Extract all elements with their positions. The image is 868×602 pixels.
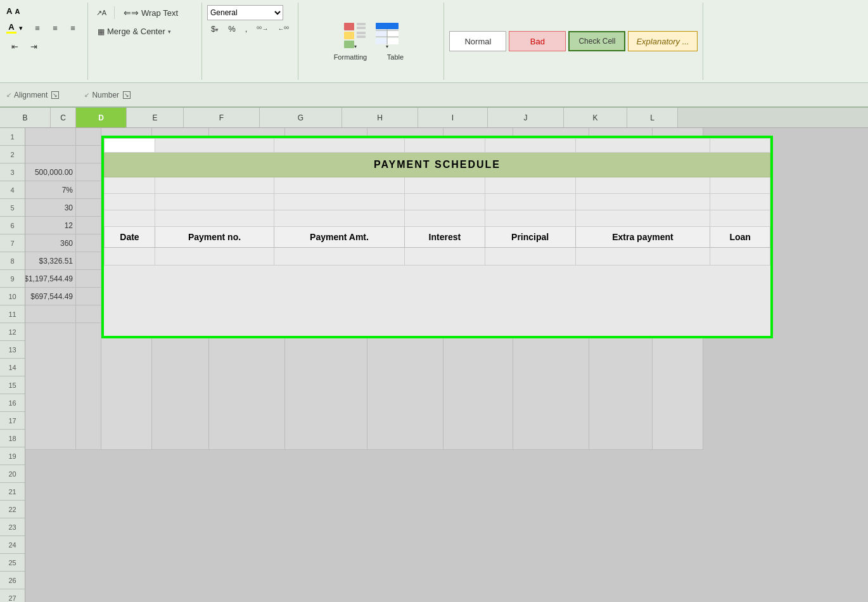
col-header-c[interactable]: C bbox=[51, 108, 76, 127]
cell-f12-20[interactable] bbox=[209, 323, 285, 450]
row-header-4[interactable]: 4 bbox=[0, 181, 25, 199]
normal-style-box[interactable]: Normal bbox=[449, 31, 506, 51]
cell-c11[interactable] bbox=[76, 305, 101, 323]
payment-table[interactable]: PAYMENT SCHEDULE bbox=[104, 138, 770, 266]
cell-c2[interactable] bbox=[76, 146, 101, 163]
blank-cell-7[interactable] bbox=[710, 177, 770, 194]
cell-c3[interactable] bbox=[76, 163, 101, 181]
row-header-6[interactable]: 6 bbox=[0, 217, 25, 234]
row-header-11[interactable]: 11 bbox=[0, 305, 25, 323]
blank-cell-1[interactable] bbox=[105, 177, 155, 194]
cell-c12-20[interactable] bbox=[76, 323, 101, 450]
blank-cell-3[interactable] bbox=[274, 177, 405, 194]
align-right-btn[interactable]: ≡ bbox=[65, 20, 81, 35]
cell-b3[interactable]: 500,000.00 bbox=[25, 163, 76, 181]
data-cell-1-7[interactable] bbox=[710, 248, 770, 266]
row-header-23[interactable]: 23 bbox=[0, 518, 25, 536]
row-header-19[interactable]: 19 bbox=[0, 447, 25, 465]
align-left-btn[interactable]: ≡ bbox=[29, 20, 46, 35]
blank-cell-2[interactable] bbox=[155, 177, 274, 194]
cell-b1[interactable] bbox=[25, 128, 76, 146]
row-header-2[interactable]: 2 bbox=[0, 146, 25, 163]
dec-up-btn[interactable]: ⁰⁰→ bbox=[253, 23, 272, 34]
cell-j12-20[interactable] bbox=[513, 323, 589, 450]
cell-c10[interactable] bbox=[76, 288, 101, 305]
data-cell-1-5[interactable] bbox=[485, 248, 575, 266]
col-header-h[interactable]: H bbox=[342, 108, 418, 127]
col-header-b[interactable]: B bbox=[0, 108, 51, 127]
cell-c1[interactable] bbox=[76, 128, 101, 146]
cell-c9[interactable] bbox=[76, 270, 101, 288]
row-header-13[interactable]: 13 bbox=[0, 341, 25, 359]
data-cell-1-1[interactable] bbox=[105, 248, 155, 266]
number-expand-icon[interactable]: ↘ bbox=[123, 91, 131, 99]
row-header-16[interactable]: 16 bbox=[0, 394, 25, 412]
row-header-10[interactable]: 10 bbox=[0, 288, 25, 305]
cell-b6[interactable]: 12 bbox=[25, 217, 76, 234]
blank3-cell-5[interactable] bbox=[485, 210, 575, 227]
col-header-i[interactable]: I bbox=[418, 108, 488, 127]
blank2-cell-5[interactable] bbox=[485, 194, 575, 210]
cell-top-3[interactable] bbox=[274, 139, 405, 153]
currency-btn[interactable]: $▾ bbox=[207, 22, 222, 35]
data-cell-1-3[interactable] bbox=[274, 248, 405, 266]
data-cell-1-2[interactable] bbox=[155, 248, 274, 266]
cell-top-7[interactable] bbox=[710, 139, 770, 153]
cell-c5[interactable] bbox=[76, 199, 101, 217]
cell-h12-20[interactable] bbox=[367, 323, 444, 450]
row-header-15[interactable]: 15 bbox=[0, 376, 25, 394]
col-header-j[interactable]: J bbox=[488, 108, 564, 127]
data-cell-1-6[interactable] bbox=[575, 248, 710, 266]
cell-top-5[interactable] bbox=[485, 139, 575, 153]
blank-cell-4[interactable] bbox=[405, 177, 485, 194]
blank-cell-5[interactable] bbox=[485, 177, 575, 194]
row-header-1[interactable]: 1 bbox=[0, 128, 25, 146]
blank3-cell-7[interactable] bbox=[710, 210, 770, 227]
cell-b9[interactable]: $1,197,544.49 bbox=[25, 270, 76, 288]
cell-l12-20[interactable] bbox=[653, 323, 703, 450]
merge-center-btn[interactable]: ▦ Merge & Center ▾ bbox=[93, 25, 176, 38]
row-header-12[interactable]: 12 bbox=[0, 323, 25, 341]
row-header-22[interactable]: 22 bbox=[0, 501, 25, 518]
row-header-26[interactable]: 26 bbox=[0, 572, 25, 589]
cell-b12-20[interactable] bbox=[25, 323, 76, 450]
cell-b10[interactable]: $697,544.49 bbox=[25, 288, 76, 305]
cell-b11[interactable] bbox=[25, 305, 76, 323]
col-header-l[interactable]: L bbox=[627, 108, 678, 127]
font-fill-dropdown[interactable]: ▾ bbox=[19, 24, 23, 32]
row-header-5[interactable]: 5 bbox=[0, 199, 25, 217]
cell-top-6[interactable] bbox=[575, 139, 710, 153]
alignment-expand-icon[interactable]: ↘ bbox=[51, 91, 59, 99]
merge-dropdown-arrow[interactable]: ▾ bbox=[168, 29, 171, 35]
blank2-cell-4[interactable] bbox=[405, 194, 485, 210]
cell-top-2[interactable] bbox=[155, 139, 274, 153]
row-header-27[interactable]: 27 bbox=[0, 589, 25, 602]
blank2-cell-1[interactable] bbox=[105, 194, 155, 210]
number-format-select[interactable]: General bbox=[207, 5, 283, 20]
percent-btn[interactable]: % bbox=[224, 22, 239, 35]
cell-k12-20[interactable] bbox=[589, 323, 653, 450]
row-header-20[interactable]: 20 bbox=[0, 465, 25, 483]
cell-b5[interactable]: 30 bbox=[25, 199, 76, 217]
cell-c4[interactable] bbox=[76, 181, 101, 199]
cell-top-4[interactable] bbox=[405, 139, 485, 153]
data-cell-1-4[interactable] bbox=[405, 248, 485, 266]
blank2-cell-2[interactable] bbox=[155, 194, 274, 210]
blank3-cell-2[interactable] bbox=[155, 210, 274, 227]
cell-b7[interactable]: 360 bbox=[25, 234, 76, 252]
format-as-table-icon[interactable]: ▾ bbox=[373, 22, 401, 49]
decrease-indent-btn[interactable]: ⇤ bbox=[6, 39, 23, 54]
cell-c7[interactable] bbox=[76, 234, 101, 252]
blank2-cell-6[interactable] bbox=[575, 194, 710, 210]
row-header-8[interactable]: 8 bbox=[0, 252, 25, 270]
cell-b2[interactable] bbox=[25, 146, 76, 163]
cell-i12-20[interactable] bbox=[444, 323, 513, 450]
row-header-25[interactable]: 25 bbox=[0, 554, 25, 572]
blank2-cell-7[interactable] bbox=[710, 194, 770, 210]
bad-style-box[interactable]: Bad bbox=[509, 31, 566, 51]
blank3-cell-1[interactable] bbox=[105, 210, 155, 227]
cell-g12-20[interactable] bbox=[285, 323, 367, 450]
align-center-btn[interactable]: ≡ bbox=[47, 20, 63, 35]
cell-b8[interactable]: $3,326.51 bbox=[25, 252, 76, 270]
cell-c8[interactable] bbox=[76, 252, 101, 270]
